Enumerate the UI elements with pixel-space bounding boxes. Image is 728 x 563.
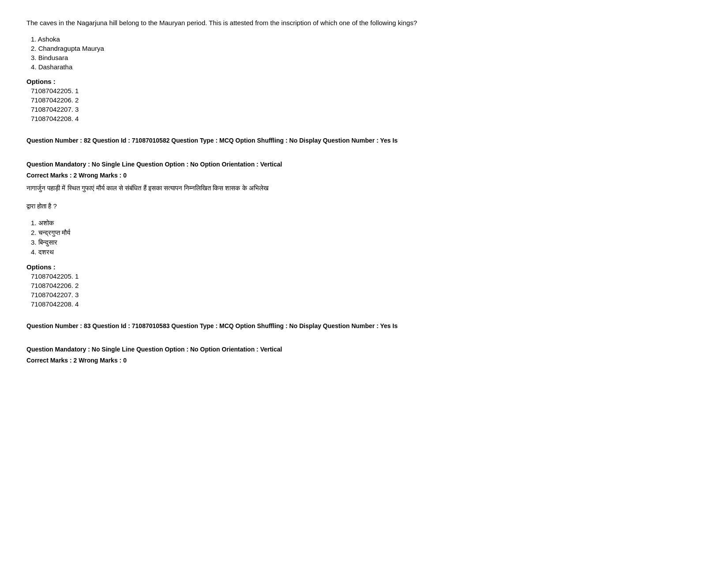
q82-options-label: Options : [26,263,702,271]
q81-options-list: 1. Ashoka 2. Chandragupta Maurya 3. Bind… [31,35,702,71]
list-item: 4. Dasharatha [31,63,702,71]
option-id-2: 71087042206. 2 [31,96,702,104]
q83-meta-line1: Question Number : 83 Question Id : 71087… [26,321,702,332]
option-id-3: 71087042207. 3 [31,106,702,113]
list-item: 2. चन्द्रगुप्त मौर्य [31,229,702,237]
option-id-4: 71087042208. 4 [31,300,702,308]
q82-question-hi-line2: द्वारा होता है ? [26,200,702,212]
list-item: 1. अशोक [31,219,702,227]
q82-meta-line1: Question Number : 82 Question Id : 71087… [26,136,702,146]
q82-marks-line: Correct Marks : 2 Wrong Marks : 0 [26,172,702,179]
list-item: 3. बिन्दुसार [31,238,702,246]
option-id-3: 71087042207. 3 [31,291,702,299]
q82-meta-line2: Question Mandatory : No Single Line Ques… [26,159,702,170]
q83-marks-line: Correct Marks : 2 Wrong Marks : 0 [26,357,702,364]
q82-question-hi-line1: नागार्जुन पहाड़ी में स्थित गुफाएं मौर्य … [26,182,702,194]
list-item: 3. Bindusara [31,54,702,61]
q83-meta-line2: Question Mandatory : No Single Line Ques… [26,344,702,355]
option-id-4: 71087042208. 4 [31,115,702,122]
list-item: 1. Ashoka [31,35,702,43]
q81-options-label: Options : [26,78,702,85]
q82-section: Question Number : 82 Question Id : 71087… [26,136,702,308]
q81-section: The caves in the Nagarjuna hill belong t… [26,18,702,122]
option-id-1: 71087042205. 1 [31,87,702,94]
list-item: 2. Chandragupta Maurya [31,45,702,52]
option-id-1: 71087042205. 1 [31,272,702,280]
option-id-2: 71087042206. 2 [31,282,702,289]
list-item: 4. दशरथ [31,248,702,256]
q83-section: Question Number : 83 Question Id : 71087… [26,321,702,364]
q82-options-list: 1. अशोक 2. चन्द्रगुप्त मौर्य 3. बिन्दुसा… [31,219,702,256]
q81-question-text: The caves in the Nagarjuna hill belong t… [26,18,702,28]
